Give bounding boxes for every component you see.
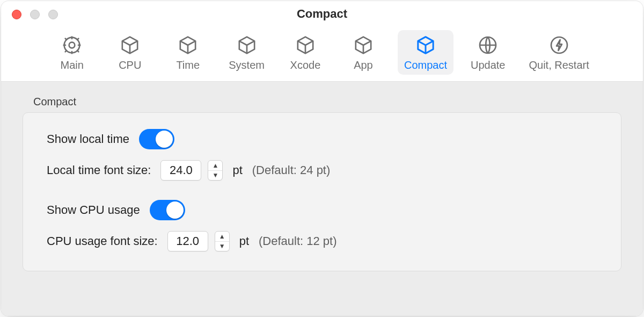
preferences-toolbar: Main CPU Time System Xco <box>1 27 643 82</box>
stepper-up-icon[interactable]: ▲ <box>208 161 222 171</box>
section-title: Compact <box>33 96 621 108</box>
stepper-down-icon[interactable]: ▼ <box>208 171 222 181</box>
show-cpu-usage-toggle[interactable] <box>150 200 185 220</box>
toolbar-label: System <box>229 59 265 71</box>
toolbar-item-quit-restart[interactable]: Quit, Restart <box>522 30 595 75</box>
cube-icon <box>352 33 375 57</box>
show-local-time-label: Show local time <box>47 132 129 146</box>
stepper-up-icon[interactable]: ▲ <box>215 232 229 242</box>
cpu-usage-font-size-label: CPU usage font size: <box>47 234 158 248</box>
toolbar-label: Time <box>176 59 200 71</box>
stepper-down-icon[interactable]: ▼ <box>215 242 229 251</box>
content-area: Compact Show local time Local time font … <box>1 82 643 316</box>
cpu-usage-font-size-stepper[interactable]: ▲ ▼ <box>215 231 230 251</box>
cpu-usage-font-size-input[interactable]: 12.0 <box>167 231 208 251</box>
gear-icon <box>60 33 84 57</box>
toolbar-label: App <box>354 59 373 71</box>
toolbar-label: Xcode <box>290 59 321 71</box>
bolt-circle-icon <box>547 33 571 57</box>
show-cpu-usage-label: Show CPU usage <box>47 203 140 217</box>
toolbar-item-main[interactable]: Main <box>48 30 96 75</box>
toolbar-label: Quit, Restart <box>529 59 589 71</box>
show-local-time-toggle[interactable] <box>139 129 174 149</box>
svg-point-3 <box>551 37 567 53</box>
local-time-font-size-stepper[interactable]: ▲ ▼ <box>208 160 223 181</box>
cpu-usage-default-hint: (Default: 12 pt) <box>259 234 337 248</box>
toggle-knob <box>156 131 173 148</box>
zoom-window-button[interactable] <box>48 10 58 19</box>
toolbar-item-update[interactable]: Update <box>464 30 512 75</box>
toolbar-label: Update <box>471 59 506 71</box>
unit-label: pt <box>239 234 249 248</box>
toggle-knob <box>166 201 184 219</box>
window-title: Compact <box>1 7 643 21</box>
toolbar-item-xcode[interactable]: Xcode <box>282 30 329 75</box>
compact-panel: Show local time Local time font size: 24… <box>23 112 621 271</box>
unit-label: pt <box>232 163 242 177</box>
toolbar-label: Main <box>61 59 84 71</box>
local-time-font-size-label: Local time font size: <box>47 163 151 177</box>
window-controls <box>12 10 58 19</box>
cube-icon <box>118 33 142 57</box>
titlebar: Compact <box>1 1 643 27</box>
toolbar-item-app[interactable]: App <box>340 30 387 75</box>
cube-icon <box>294 33 317 57</box>
local-time-font-size-input[interactable]: 24.0 <box>160 160 201 181</box>
close-window-button[interactable] <box>12 10 21 19</box>
cube-icon <box>414 33 437 57</box>
toolbar-item-time[interactable]: Time <box>164 30 211 75</box>
local-time-default-hint: (Default: 24 pt) <box>252 163 331 177</box>
svg-point-1 <box>64 38 80 53</box>
svg-point-0 <box>69 42 75 48</box>
cube-icon <box>176 33 200 57</box>
globe-icon <box>476 33 500 57</box>
toolbar-item-system[interactable]: System <box>222 30 271 75</box>
minimize-window-button[interactable] <box>30 10 40 19</box>
toolbar-item-compact[interactable]: Compact <box>398 30 453 75</box>
cube-icon <box>235 33 259 57</box>
toolbar-label: Compact <box>404 59 447 71</box>
toolbar-item-cpu[interactable]: CPU <box>106 30 153 75</box>
toolbar-label: CPU <box>119 59 141 71</box>
preferences-window: Compact Main CPU Time <box>1 1 643 316</box>
